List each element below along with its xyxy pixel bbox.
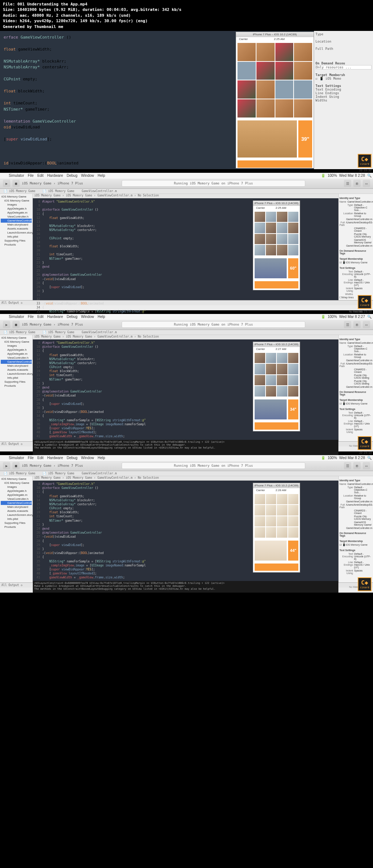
code-editor: erface GameViewController () float gameV… bbox=[0, 31, 236, 169]
menu-edit[interactable]: Edit bbox=[37, 174, 43, 178]
cinard-logo: C◆ cinard bbox=[358, 154, 372, 168]
editor-mode-icon[interactable]: ☰ bbox=[344, 180, 351, 187]
menu-window[interactable]: Window bbox=[81, 174, 94, 178]
macos-menubar[interactable]: Simulator File Edit Hardware Debug Windo… bbox=[0, 173, 373, 179]
inspector-panel: Type Location Full Path On Demand Resou … bbox=[314, 31, 373, 169]
tile-empty[interactable] bbox=[294, 80, 312, 99]
tile[interactable] bbox=[294, 43, 312, 61]
thumbnail-3: SimulatorFileEditHardwareDebugWindowHelp… bbox=[0, 314, 373, 451]
menu-hardware[interactable]: Hardware bbox=[47, 174, 63, 178]
code-editor[interactable]: iOS Memory Game › iOS Memory Game › Game… bbox=[33, 194, 338, 300]
nav-project[interactable]: iOS Memory Game bbox=[1, 195, 32, 199]
tab[interactable]: 📄 iOS Memory Game bbox=[39, 189, 78, 194]
search-icon[interactable]: 🔍 bbox=[367, 174, 372, 178]
nav-file[interactable]: AppDelegate.m bbox=[1, 211, 32, 215]
ios-simulator: iPhone 7 Plus – iOS 10.2 (14C89) Carrier… bbox=[236, 32, 314, 168]
tile[interactable] bbox=[275, 99, 294, 118]
tab[interactable]: 📄 iOS Memory Game bbox=[0, 189, 39, 194]
sample-image bbox=[255, 258, 287, 278]
macos-menubar[interactable]: SimulatorFileEditHardwareDebugWindowHelp… bbox=[0, 314, 373, 320]
nav-file[interactable]: AppDelegate.h bbox=[1, 207, 32, 211]
nav-file[interactable]: Main.storyboard bbox=[1, 223, 32, 227]
toggle-panel-icon[interactable]: ▭ bbox=[363, 180, 370, 187]
size-line: Size: 10401900 bytes (9.92 MiB), duratio… bbox=[3, 7, 370, 12]
sample-image bbox=[237, 120, 297, 158]
menu-help[interactable]: Help bbox=[98, 174, 105, 178]
stop-button[interactable]: ■ bbox=[12, 180, 20, 187]
run-button[interactable]: ▶ bbox=[3, 180, 10, 187]
nav-file[interactable]: ViewController.h bbox=[1, 215, 32, 219]
editor-mode-icon[interactable]: ⊞ bbox=[353, 180, 361, 187]
tile[interactable] bbox=[237, 80, 256, 99]
video-line: Video: h264, yuv420p, 1280x720, 149 kb/s… bbox=[3, 18, 370, 24]
menu-debug[interactable]: Debug bbox=[67, 174, 77, 178]
nav-file[interactable]: LaunchScreen.storyboard bbox=[1, 231, 32, 235]
action-button[interactable] bbox=[237, 160, 312, 168]
score-area: 39" bbox=[236, 119, 314, 159]
activity-status: Running iOS Memory Game on iPhone 7 Plus bbox=[122, 180, 305, 187]
cinard-logo: C◆ cinard bbox=[358, 295, 372, 309]
thumbnail-1: erface GameViewController () float gameV… bbox=[0, 31, 373, 169]
tile[interactable] bbox=[237, 43, 256, 61]
xcode-toolbar: ▶ ■ iOS Memory Game › iPhone 7 Plus Runn… bbox=[0, 179, 373, 189]
generated-line: Generated by Thumbnail me bbox=[3, 24, 370, 29]
nav-file[interactable]: Info.plist bbox=[1, 235, 32, 239]
puzzle-grid[interactable] bbox=[236, 41, 314, 119]
menu-sim[interactable]: Simulator bbox=[9, 174, 24, 178]
tab[interactable]: GameViewController.m bbox=[78, 189, 120, 194]
sim-statusbar: Carrier2:25 AM bbox=[236, 37, 314, 41]
tile[interactable] bbox=[294, 62, 312, 80]
video-metadata-header: File: 001 Understanding the App.mp4 Size… bbox=[0, 0, 373, 31]
clock: Wed Mar 8 2:28 bbox=[339, 174, 365, 178]
tile[interactable] bbox=[256, 43, 275, 61]
timer-score: 39" bbox=[298, 120, 312, 158]
file-inspector: Identity and Type NameGameViewController… bbox=[338, 194, 373, 300]
nav-group[interactable]: iOS Memory Game bbox=[1, 199, 32, 203]
thumbnail-4: SimulatorFileEditHardwareDebugWindowHelp… bbox=[0, 455, 373, 593]
scheme-selector[interactable]: iOS Memory Game › iPhone 7 Plus bbox=[22, 182, 83, 185]
tab-bar: 📄 iOS Memory Game 📄 iOS Memory Game Game… bbox=[0, 189, 373, 194]
tile[interactable] bbox=[275, 62, 294, 80]
tile[interactable] bbox=[256, 80, 275, 99]
audio-line: Audio: aac, 48000 Hz, 2 channels, s16, 1… bbox=[3, 13, 370, 18]
nav-folder[interactable]: Images bbox=[1, 203, 32, 207]
tile[interactable] bbox=[256, 62, 275, 80]
nav-file[interactable]: Assets.xcassets bbox=[1, 227, 32, 231]
tile[interactable] bbox=[237, 99, 256, 118]
editor-path[interactable]: iOS Memory Game › iOS Memory Game › Game… bbox=[33, 194, 338, 198]
nav-folder[interactable]: Supporting Files bbox=[1, 239, 32, 243]
thumbnail-2: Simulator File Edit Hardware Debug Windo… bbox=[0, 173, 373, 310]
file-line: File: 001 Understanding the App.mp4 bbox=[3, 1, 370, 7]
tile[interactable] bbox=[275, 43, 294, 61]
ios-simulator: iPhone 7 Plus – iOS 10.2 (14C89) Carrier… bbox=[253, 200, 300, 290]
tile[interactable] bbox=[256, 99, 275, 118]
nav-folder[interactable]: Products bbox=[1, 243, 32, 247]
sim-titlebar: iPhone 7 Plus – iOS 10.2 (14C89) bbox=[236, 32, 314, 37]
battery-icon: 🔋 bbox=[321, 174, 325, 178]
project-navigator[interactable]: iOS Memory Game iOS Memory Game Images A… bbox=[0, 194, 33, 300]
tile-empty[interactable] bbox=[275, 80, 294, 99]
nav-file-selected[interactable]: GameViewController.m bbox=[1, 219, 32, 223]
tile-empty[interactable] bbox=[237, 62, 256, 80]
menu-file[interactable]: File bbox=[28, 174, 34, 178]
tile[interactable] bbox=[294, 99, 312, 118]
